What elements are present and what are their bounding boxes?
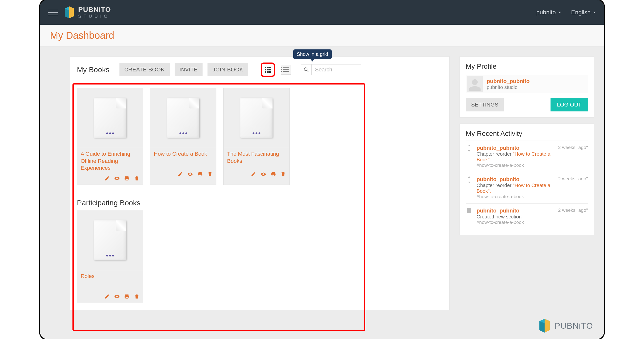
book-title: A Guide to Enriching Offline Reading Exp… xyxy=(80,150,140,172)
book-actions xyxy=(150,170,216,180)
delete-icon[interactable] xyxy=(134,294,140,299)
book-card[interactable]: A Guide to Enriching Offline Reading Exp… xyxy=(77,88,143,185)
list-icon xyxy=(283,67,288,72)
avatar xyxy=(467,76,483,92)
grid-view-button[interactable] xyxy=(263,65,273,75)
logout-button[interactable]: LOG OUT xyxy=(550,98,588,111)
svg-marker-7 xyxy=(544,319,550,332)
edit-icon[interactable] xyxy=(251,171,256,177)
delete-icon[interactable] xyxy=(207,171,213,177)
grid-view-highlight xyxy=(261,62,275,77)
view-icon[interactable] xyxy=(261,171,266,177)
chevron-down-icon xyxy=(593,11,596,13)
edit-icon[interactable] xyxy=(104,176,110,181)
print-icon[interactable] xyxy=(197,171,203,177)
view-icon[interactable] xyxy=(114,294,120,299)
join-book-button[interactable]: JOIN BOOK xyxy=(208,63,248,76)
page-title: My Dashboard xyxy=(50,30,114,41)
delete-icon[interactable] xyxy=(134,176,140,181)
footer-brand-text: PUBNiTO xyxy=(554,321,593,331)
activity-text: Chapter reorder "How to Create a Book". xyxy=(476,151,554,163)
search-icon xyxy=(304,67,309,72)
book-actions xyxy=(224,170,289,180)
book-cover xyxy=(150,88,216,148)
book-cover xyxy=(77,88,143,148)
view-icon[interactable] xyxy=(188,171,193,177)
brand-name: PUBNiTO xyxy=(78,6,111,13)
book-actions xyxy=(77,174,143,185)
avatar-icon xyxy=(468,78,482,92)
my-books-panel: My Books CREATE BOOK INVITE JOIN BOOK xyxy=(70,56,450,310)
content: My Books CREATE BOOK INVITE JOIN BOOK xyxy=(40,46,604,320)
delete-icon[interactable] xyxy=(280,171,286,177)
book-cover xyxy=(224,88,289,148)
activity-user[interactable]: pubnito_pubnito xyxy=(476,145,520,151)
activity-time: 2 weeks "ago" xyxy=(558,208,588,225)
grid-icon xyxy=(265,67,271,73)
section-icon xyxy=(467,208,472,214)
search xyxy=(301,64,361,75)
book-title: The Most Fascinating Books xyxy=(227,150,286,165)
search-button[interactable] xyxy=(301,64,312,75)
grid-view-tooltip: Show in a grid xyxy=(293,49,332,59)
list-view-button[interactable] xyxy=(281,65,291,75)
recent-activity-panel: My Recent Activity pubnito_pubnito Chapt… xyxy=(460,124,594,235)
my-profile-title: My Profile xyxy=(466,62,588,70)
print-icon[interactable] xyxy=(124,294,130,299)
footer-brand: PUBNiTO xyxy=(538,318,593,333)
edit-icon[interactable] xyxy=(178,171,183,177)
footer-logo-icon xyxy=(538,318,551,333)
book-title: Roles xyxy=(80,273,140,280)
create-book-button[interactable]: CREATE BOOK xyxy=(120,63,170,76)
activity-hash[interactable]: #how-to-create-a-book xyxy=(476,220,554,225)
user-dropdown-label: pubnito xyxy=(536,9,556,16)
invite-button[interactable]: INVITE xyxy=(174,63,203,76)
print-icon[interactable] xyxy=(124,176,130,181)
activity-link[interactable]: "How to Create a Book". xyxy=(476,151,550,162)
activity-user[interactable]: pubnito_pubnito xyxy=(476,176,520,182)
participating-books-title: Participating Books xyxy=(70,192,449,210)
activity-text: Created new section xyxy=(476,214,554,220)
svg-rect-5 xyxy=(467,208,471,213)
reorder-icon xyxy=(467,176,472,183)
activity-hash[interactable]: #how-to-create-a-book xyxy=(476,194,554,199)
activity-item: pubnito_pubnito Chapter reorder "How to … xyxy=(466,172,588,203)
book-card[interactable]: How to Create a Book xyxy=(150,88,216,185)
svg-point-3 xyxy=(304,68,307,71)
settings-button[interactable]: SETTINGS xyxy=(466,98,504,111)
side-column: My Profile pubnito_pubnito pubnito studi… xyxy=(460,56,594,310)
my-books-title: My Books xyxy=(77,65,110,74)
profile-row[interactable]: pubnito_pubnito pubnito studio xyxy=(466,75,588,93)
page-title-bar: My Dashboard xyxy=(40,25,604,46)
user-dropdown[interactable]: pubnito xyxy=(536,9,562,16)
book-cover xyxy=(77,210,143,270)
brand-logo-icon xyxy=(64,6,75,19)
activity-time: 2 weeks "ago" xyxy=(558,176,588,199)
my-books-grid: A Guide to Enriching Offline Reading Exp… xyxy=(70,83,449,192)
book-card[interactable]: Roles xyxy=(77,210,143,303)
search-input[interactable] xyxy=(312,64,361,75)
menu-icon[interactable] xyxy=(48,10,58,15)
activity-text: Chapter reorder "How to Create a Book". xyxy=(476,183,554,194)
my-books-header: My Books CREATE BOOK INVITE JOIN BOOK xyxy=(70,56,449,83)
edit-icon[interactable] xyxy=(104,294,110,299)
activity-link[interactable]: "How to Create a Book". xyxy=(476,183,550,194)
activity-hash[interactable]: #how-to-create-a-book xyxy=(476,163,554,168)
activity-time: 2 weeks "ago" xyxy=(558,145,588,168)
profile-subtitle: pubnito studio xyxy=(487,84,530,90)
activity-item: pubnito_pubnito Created new section #how… xyxy=(466,203,588,229)
book-card[interactable]: The Most Fascinating Books xyxy=(223,88,290,185)
main-column: My Books CREATE BOOK INVITE JOIN BOOK xyxy=(70,56,450,310)
reorder-icon xyxy=(467,145,472,152)
view-icon[interactable] xyxy=(114,176,120,181)
brand: PUBNiTO STUDIO xyxy=(64,6,111,19)
activity-user[interactable]: pubnito_pubnito xyxy=(476,208,520,214)
language-dropdown[interactable]: English xyxy=(571,9,596,16)
print-icon[interactable] xyxy=(270,171,276,177)
recent-activity-title: My Recent Activity xyxy=(466,130,588,138)
language-dropdown-label: English xyxy=(571,9,590,16)
topbar: PUBNiTO STUDIO pubnito English xyxy=(40,0,604,25)
chevron-down-icon xyxy=(558,11,561,13)
profile-username: pubnito_pubnito xyxy=(487,78,530,84)
svg-marker-1 xyxy=(69,6,74,18)
